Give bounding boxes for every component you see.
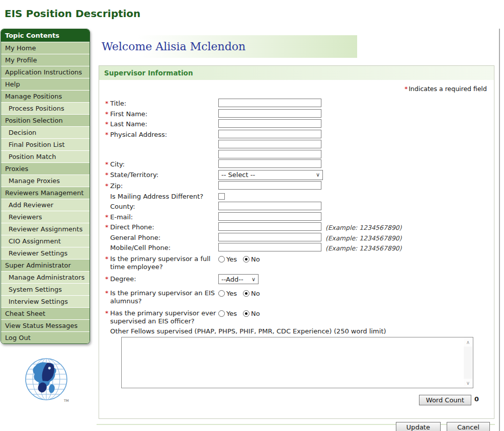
sidebar-item-position-selection[interactable]: Position Selection (1, 114, 90, 126)
phone-example-hint: (Example: 1234567890) (325, 233, 402, 242)
other-fellows-label: Other Fellows supervised (PHAP, PHPS, PH… (110, 327, 494, 335)
sidebar-item-add-reviewer[interactable]: Add Reviewer (1, 199, 90, 211)
sidebar-item-label: Final Position List (9, 141, 65, 148)
alumnus-no-radio[interactable] (243, 290, 249, 297)
form-row-email: *E-mail: (105, 212, 494, 221)
physical-address-input[interactable] (218, 130, 321, 138)
sidebar: Topic Contents My Home My Profile Applic… (1, 29, 90, 344)
required-asterisk: * (105, 309, 110, 325)
sidebar-item-label: Application Instructions (5, 68, 82, 76)
form-row-mobile-phone: Mobile/Cell Phone: (Example: 1234567890) (105, 243, 494, 252)
sidebar-item-label: Reviewer Assignments (9, 225, 82, 233)
other-fellows-textarea[interactable]: ∧ ∨ (121, 337, 473, 388)
form-area: *Title: *First Name: *Last Name: *Physic… (99, 93, 494, 431)
state-territory-select[interactable]: -- Select -- ∨ (218, 170, 323, 180)
sidebar-item-help[interactable]: Help (1, 78, 90, 90)
full-time-no-radio[interactable] (243, 256, 249, 263)
sidebar-item-reviewers-management[interactable]: Reviewers Management (1, 187, 90, 199)
required-asterisk: * (105, 223, 110, 231)
select-value: -- Select -- (221, 171, 255, 179)
sidebar-item-log-out[interactable]: Log Out (1, 331, 90, 343)
county-input[interactable] (218, 202, 321, 210)
sidebar-item-application-instructions[interactable]: Application Instructions (1, 66, 90, 78)
sidebar-item-label: Reviewer Settings (9, 249, 67, 257)
form-row-mailing-different: Is Mailing Address Different? (105, 192, 494, 201)
mobile-phone-input[interactable] (218, 243, 321, 251)
sidebar-item-view-status-messages[interactable]: View Status Messages (1, 319, 90, 331)
sidebar-item-reviewers[interactable]: Reviewers (1, 211, 90, 223)
general-phone-input[interactable] (218, 233, 321, 241)
sidebar-item-process-positions[interactable]: Process Positions (1, 102, 90, 114)
email-input[interactable] (218, 212, 321, 221)
field-label: City: (110, 160, 218, 168)
supervised-officer-yes-radio[interactable] (218, 310, 225, 317)
supervised-officer-no-radio[interactable] (243, 310, 249, 317)
sidebar-item-manage-positions[interactable]: Manage Positions (1, 90, 90, 102)
sidebar-item-my-home[interactable]: My Home (1, 42, 90, 54)
form-row-last-name: *Last Name: (105, 119, 494, 128)
form-row-direct-phone: *Direct Phone: (Example: 1234567890) (105, 222, 494, 231)
page-right-border (499, 29, 500, 431)
tm-mark: TM (63, 399, 69, 403)
radio-label-yes: Yes (226, 310, 237, 317)
form-row-state: *State/Territory: -- Select -- ∨ (105, 170, 494, 180)
sidebar-item-super-administrator[interactable]: Super Administrator (1, 259, 90, 271)
sidebar-item-cio-assignment[interactable]: CIO Assignment (1, 235, 90, 247)
sidebar-item-final-position-list[interactable]: Final Position List (1, 138, 90, 150)
field-label: General Phone: (110, 234, 218, 242)
field-label: Is Mailing Address Different? (110, 193, 218, 201)
update-button[interactable]: Update (396, 422, 441, 431)
form-row-title: *Title: (105, 99, 494, 108)
sidebar-item-label: Cheat Sheet (5, 310, 45, 317)
field-label: Mobile/Cell Phone: (110, 244, 218, 252)
form-row-address-line3 (105, 150, 494, 158)
full-time-yes-radio[interactable] (218, 256, 225, 263)
degree-select[interactable]: --Add-- ∨ (218, 274, 259, 284)
required-asterisk: * (105, 110, 110, 118)
sidebar-item-label: Interview Settings (9, 298, 68, 305)
sidebar-item-proxies[interactable]: Proxies (1, 162, 90, 175)
direct-phone-input[interactable] (218, 222, 321, 231)
eis-globe-logo: TM (21, 355, 72, 407)
scroll-up-icon[interactable]: ∧ (464, 338, 472, 347)
phone-example-hint: (Example: 1234567890) (325, 222, 402, 231)
required-note-text: Indicates a required field (408, 85, 487, 93)
sidebar-item-label: Super Administrator (5, 262, 71, 269)
form-actions: Update Cancel (105, 422, 494, 431)
form-row-full-time: *Is the primary supervisor a full time e… (105, 254, 494, 271)
textarea-scrollbar[interactable]: ∧ ∨ (464, 338, 472, 387)
sidebar-item-label: My Home (5, 44, 36, 52)
sidebar-item-cheat-sheet[interactable]: Cheat Sheet (1, 307, 90, 319)
alumnus-yes-radio[interactable] (218, 290, 225, 297)
sidebar-item-interview-settings[interactable]: Interview Settings (1, 295, 90, 307)
title-input[interactable] (218, 99, 321, 107)
cancel-button[interactable]: Cancel (447, 422, 490, 431)
sidebar-item-position-match[interactable]: Position Match (1, 150, 90, 162)
address-line2-input[interactable] (218, 140, 321, 148)
sidebar-item-decision[interactable]: Decision (1, 126, 90, 138)
sidebar-item-manage-proxies[interactable]: Manage Proxies (1, 175, 90, 187)
city-input[interactable] (218, 159, 321, 168)
last-name-input[interactable] (218, 119, 321, 128)
sidebar-item-reviewer-settings[interactable]: Reviewer Settings (1, 247, 90, 259)
sidebar-item-reviewer-assignments[interactable]: Reviewer Assignments (1, 223, 90, 235)
field-label: Degree: (110, 275, 218, 283)
form-row-general-phone: General Phone: (Example: 1234567890) (105, 233, 494, 242)
first-name-input[interactable] (218, 109, 321, 118)
sidebar-item-my-profile[interactable]: My Profile (1, 54, 90, 66)
sidebar-item-manage-administrators[interactable]: Manage Administrators (1, 271, 90, 283)
welcome-banner: Welcome Alisia Mclendon (99, 35, 357, 58)
field-label: Last Name: (110, 120, 218, 128)
sidebar-item-label: Process Positions (9, 105, 64, 112)
field-label: First Name: (110, 110, 218, 118)
radio-label-yes: Yes (226, 290, 237, 297)
required-asterisk: * (105, 289, 110, 305)
required-field-note: *Indicates a required field (99, 80, 494, 93)
zip-input[interactable] (218, 181, 321, 190)
word-count-button[interactable]: Word Count (419, 395, 471, 405)
mailing-different-checkbox[interactable] (218, 193, 225, 200)
scroll-down-icon[interactable]: ∨ (464, 379, 472, 387)
sidebar-item-system-settings[interactable]: System Settings (1, 283, 90, 295)
address-line3-input[interactable] (218, 150, 321, 158)
required-asterisk: * (105, 120, 110, 128)
